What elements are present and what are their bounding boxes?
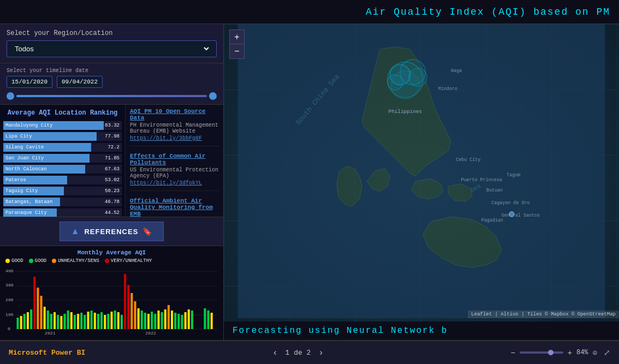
rank-item: Lipa City 77.98 <box>3 132 122 141</box>
bookmark-icon: 🔖 <box>142 227 152 236</box>
date-start[interactable]: 15/01/2020 <box>7 76 52 88</box>
reference-link[interactable]: https://bit.ly/3dfokYL <box>130 180 219 186</box>
svg-rect-62 <box>184 312 187 329</box>
timeline-dates: 15/01/2020 09/04/2022 <box>7 76 217 88</box>
svg-rect-67 <box>211 313 213 329</box>
rank-bar-container: San Juan City 71.85 <box>3 154 122 163</box>
svg-rect-49 <box>141 311 143 329</box>
zoom-thumb <box>548 350 553 355</box>
date-end[interactable]: 09/04/2022 <box>57 76 103 88</box>
timeline-label: Select your timeline date <box>7 68 217 74</box>
svg-text:2021: 2021 <box>45 331 56 336</box>
svg-rect-48 <box>138 308 140 329</box>
svg-rect-35 <box>94 313 96 329</box>
reference-title[interactable]: Effects of Common Air Pollutants <box>130 153 219 166</box>
svg-rect-46 <box>130 293 133 329</box>
top-title-bar: Air Quality Index (AQI) based on PM <box>0 0 619 24</box>
svg-rect-18 <box>37 288 39 329</box>
map-attribution: Leaflet | Altius | Tiles © Mapbox © Open… <box>468 311 619 318</box>
reference-title[interactable]: AQI PM 10 Open Source Data <box>130 108 219 121</box>
expand-icon[interactable]: ⤢ <box>604 348 610 357</box>
zoom-out-toolbar-button[interactable]: − <box>511 348 515 357</box>
references-list: AQI PM 10 Open Source Data PH Environmen… <box>130 108 219 217</box>
rank-item: Taguig City 50.23 <box>3 187 122 195</box>
svg-rect-53 <box>154 314 156 329</box>
svg-rect-19 <box>40 296 42 329</box>
rank-bar-container: Mandaluyong City 83.32 <box>3 121 122 130</box>
legend-label-good2: GOOD <box>35 258 47 264</box>
svg-text:Puerto Princesa: Puerto Princesa <box>461 177 502 183</box>
svg-rect-33 <box>87 312 89 329</box>
references-column: AQI PM 10 Open Source Data PH Environmen… <box>126 105 223 217</box>
svg-text:200: 200 <box>5 297 14 302</box>
rankings-title: Average AQI Location Ranking <box>3 109 122 117</box>
reference-item: Official Ambient Air Quality Monitoring … <box>130 198 219 217</box>
share-icon[interactable]: ⊙ <box>593 348 597 357</box>
svg-text:2022: 2022 <box>145 331 156 336</box>
rank-value: 72.2 <box>108 145 120 150</box>
reference-link[interactable]: https://bit.ly/3bbFg8F <box>130 135 219 141</box>
svg-rect-57 <box>168 305 170 329</box>
slider-track <box>16 95 207 97</box>
legend-good-green: GOOD <box>29 258 47 264</box>
svg-text:400: 400 <box>5 268 14 273</box>
svg-rect-29 <box>74 315 76 329</box>
rank-label: North Caloocan <box>5 166 47 172</box>
legend-dot-yellow <box>5 259 10 263</box>
rank-item: San Juan City 71.85 <box>3 154 122 163</box>
svg-rect-34 <box>91 311 93 329</box>
main-area: Select your Region/Location Todos Select… <box>0 24 619 340</box>
rank-value: 77.98 <box>105 134 120 139</box>
references-button[interactable]: ▲ REFERENCES 🔖 <box>59 222 164 241</box>
timeline-slider[interactable] <box>7 92 217 100</box>
reference-item: Effects of Common Air Pollutants US Envi… <box>130 153 219 191</box>
svg-rect-32 <box>84 315 86 329</box>
svg-rect-51 <box>147 314 150 329</box>
svg-text:Butuan: Butuan <box>486 188 503 193</box>
next-page-button[interactable]: › <box>316 347 325 359</box>
rank-value: 71.85 <box>105 156 120 161</box>
svg-rect-64 <box>191 311 193 329</box>
zoom-out-button[interactable]: − <box>230 44 244 58</box>
rank-bar-container: Silang Cavite 72.2 <box>3 143 122 152</box>
region-select[interactable]: Todos <box>13 44 211 53</box>
rank-label: Pateros <box>5 177 26 183</box>
svg-rect-60 <box>177 314 180 329</box>
attribution-text: Leaflet | Altius | Tiles © Mapbox © Open… <box>471 312 616 317</box>
rank-item: Mandaluyong City 83.32 <box>3 121 122 130</box>
reference-source: PH Environmental Management Bureau (EMB)… <box>130 122 219 134</box>
legend-dot-green <box>29 259 33 263</box>
zoom-slider[interactable] <box>520 351 563 354</box>
rank-value: 53.02 <box>105 177 120 183</box>
prev-page-button[interactable]: ‹ <box>270 347 279 359</box>
svg-rect-37 <box>100 312 103 329</box>
rank-label: San Juan City <box>5 156 44 161</box>
svg-rect-26 <box>63 314 66 329</box>
legend-label-unhealthy: UNHEALTHY/SENS <box>58 258 99 264</box>
powerbi-label: Microsoft Power BI <box>9 349 85 357</box>
svg-rect-55 <box>161 312 163 329</box>
zoom-in-button[interactable]: + <box>230 30 244 44</box>
svg-rect-31 <box>80 313 82 329</box>
rank-label: Taguig City <box>5 188 38 194</box>
rank-label: Silang Cavite <box>5 145 44 150</box>
svg-point-86 <box>388 75 403 90</box>
svg-rect-56 <box>164 309 166 329</box>
forecasting-bar: Forecasting using Neural Network b <box>224 321 619 340</box>
svg-rect-36 <box>97 314 99 329</box>
left-panel: Select your Region/Location Todos Select… <box>0 24 224 340</box>
svg-rect-16 <box>30 309 32 329</box>
region-dropdown[interactable]: Todos <box>7 40 217 57</box>
legend-dot-orange <box>52 259 56 263</box>
zoom-in-toolbar-button[interactable]: + <box>568 348 572 357</box>
chart-legend: GOOD GOOD UNHEALTHY/SENS VERY/UNHEALTHY <box>5 258 218 264</box>
reference-title[interactable]: Official Ambient Air Quality Monitoring … <box>130 198 219 217</box>
svg-rect-15 <box>27 312 29 329</box>
svg-rect-59 <box>174 313 176 329</box>
svg-rect-21 <box>47 311 49 329</box>
chart-section: Monthly Average AQI GOOD GOOD UNHEALTHY/… <box>0 246 223 340</box>
reference-item: AQI PM 10 Open Source Data PH Environmen… <box>130 108 219 146</box>
powerbi-logo[interactable]: Microsoft Power BI <box>9 349 85 357</box>
svg-text:Pagadian: Pagadian <box>481 218 503 223</box>
svg-rect-41 <box>114 311 116 329</box>
